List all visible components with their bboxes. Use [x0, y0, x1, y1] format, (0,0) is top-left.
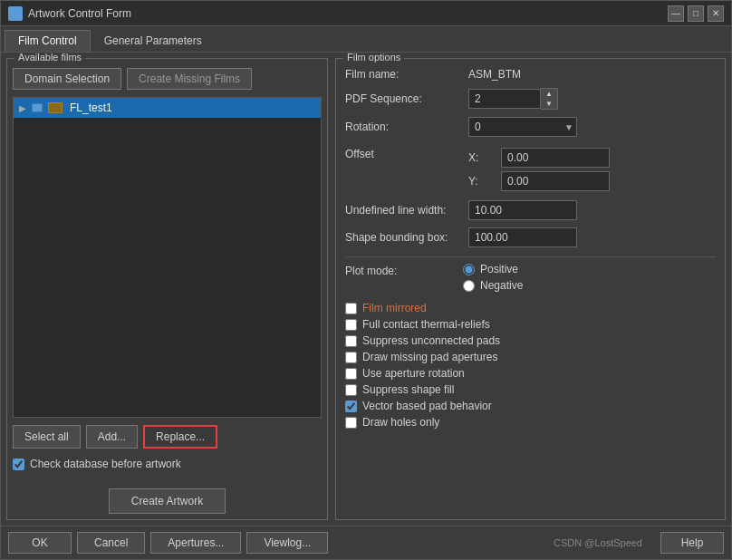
film-mirrored-row: Film mirrored — [345, 301, 716, 315]
rotation-select[interactable]: 0 90 180 270 — [468, 117, 577, 137]
divider — [345, 256, 716, 257]
plot-mode-negative-row: Negative — [463, 279, 523, 292]
app-icon — [8, 6, 23, 21]
film-options-group: Film options Film name: ASM_BTM PDF Sequ… — [335, 58, 726, 520]
tab-general-parameters[interactable]: General Parameters — [91, 30, 216, 52]
shape-bounding-box-input[interactable] — [468, 227, 577, 247]
full-contact-label: Full contact thermal-reliefs — [362, 318, 490, 331]
bottom-buttons: OK Cancel Apertures... Viewlog... — [8, 532, 328, 554]
main-content: Available films Domain Selection Create … — [1, 53, 731, 526]
plot-mode-negative-radio[interactable] — [463, 280, 475, 292]
close-button[interactable]: ✕ — [708, 5, 724, 22]
film-item-label: FL_test1 — [70, 101, 112, 114]
vector-based-checkbox[interactable] — [345, 401, 357, 412]
watermark: CSDN @LostSpeed — [554, 537, 642, 548]
pdf-sequence-input-group: ▲ ▼ — [468, 88, 558, 110]
plot-mode-radio-group: Positive Negative — [463, 263, 523, 292]
pdf-decrement-button[interactable]: ▼ — [541, 99, 557, 109]
main-window: Artwork Control Form — □ ✕ Film Control … — [0, 0, 732, 560]
undefined-line-width-input[interactable] — [468, 200, 577, 220]
help-button[interactable]: Help — [660, 532, 724, 554]
pdf-increment-button[interactable]: ▲ — [541, 89, 557, 99]
pdf-sequence-input[interactable] — [468, 89, 541, 109]
offset-y-input[interactable] — [501, 171, 610, 191]
plot-mode-positive-radio[interactable] — [463, 264, 475, 275]
left-panel: Available films Domain Selection Create … — [6, 58, 328, 520]
draw-missing-label: Draw missing pad apertures — [362, 351, 497, 363]
offset-inputs: X: Y: — [468, 148, 610, 191]
maximize-button[interactable]: □ — [688, 5, 704, 22]
shape-bounding-box-row: Shape bounding box: — [345, 227, 716, 247]
draw-holes-label: Draw holes only — [362, 416, 439, 429]
create-artwork-container: Create Artwork — [13, 481, 322, 514]
title-bar: Artwork Control Form — □ ✕ — [1, 1, 731, 26]
pdf-arrows: ▲ ▼ — [541, 88, 558, 110]
plot-mode-negative-label: Negative — [480, 279, 523, 292]
film-bottom-actions: Select all Add... Replace... — [13, 425, 322, 449]
rotation-label: Rotation: — [345, 121, 463, 133]
suppress-shape-row: Suppress shape fill — [345, 382, 716, 397]
use-aperture-label: Use aperture rotation — [362, 367, 465, 380]
draw-missing-row: Draw missing pad apertures — [345, 350, 716, 364]
rotation-select-wrapper: 0 90 180 270 ▼ — [468, 117, 577, 137]
offset-label: Offset — [345, 148, 463, 160]
check-database-checkbox[interactable] — [13, 459, 24, 470]
use-aperture-checkbox[interactable] — [345, 368, 357, 380]
options-checkboxes: Film mirrored Full contact thermal-relie… — [345, 301, 716, 430]
tab-film-control[interactable]: Film Control — [5, 30, 91, 52]
replace-button[interactable]: Replace... — [143, 425, 217, 449]
offset-x-row: X: — [468, 148, 610, 168]
undefined-line-width-row: Undefined line width: — [345, 200, 716, 220]
plot-mode-positive-row: Positive — [463, 263, 523, 275]
film-mirrored-checkbox[interactable] — [345, 303, 357, 314]
offset-x-label: X: — [468, 151, 496, 164]
tab-bar: Film Control General Parameters — [1, 26, 731, 53]
draw-holes-row: Draw holes only — [345, 415, 716, 430]
film-item-folder-icon — [48, 102, 63, 113]
film-list: ▶ FL_test1 — [13, 97, 322, 418]
suppress-shape-checkbox[interactable] — [345, 384, 357, 396]
film-name-row: Film name: ASM_BTM — [345, 68, 716, 81]
expand-arrow-icon: ▶ — [19, 103, 28, 113]
shape-bounding-box-label: Shape bounding box: — [345, 231, 463, 244]
suppress-unconnected-label: Suppress unconnected pads — [362, 334, 500, 347]
create-artwork-button[interactable]: Create Artwork — [109, 488, 226, 514]
offset-x-input[interactable] — [501, 148, 610, 168]
rotation-row: Rotation: 0 90 180 270 ▼ — [345, 117, 716, 137]
draw-missing-checkbox[interactable] — [345, 352, 357, 363]
film-options-title: Film options — [343, 53, 404, 63]
suppress-unconnected-checkbox[interactable] — [345, 335, 357, 347]
title-bar-left: Artwork Control Form — [8, 6, 131, 21]
domain-selection-button[interactable]: Domain Selection — [13, 68, 121, 90]
film-name-value: ASM_BTM — [468, 68, 521, 81]
viewlog-button[interactable]: Viewlog... — [246, 532, 328, 554]
cancel-button[interactable]: Cancel — [77, 532, 145, 554]
film-name-label: Film name: — [345, 68, 463, 81]
suppress-shape-label: Suppress shape fill — [362, 383, 454, 396]
film-mirrored-label: Film mirrored — [362, 302, 427, 314]
offset-y-label: Y: — [468, 175, 496, 188]
plot-mode-row: Plot mode: Positive Negative — [345, 263, 716, 292]
draw-holes-checkbox[interactable] — [345, 417, 357, 429]
film-list-item[interactable]: ▶ FL_test1 — [14, 98, 321, 118]
available-films-group: Available films Domain Selection Create … — [6, 58, 328, 520]
check-database-row: Check database before artwork — [13, 454, 322, 474]
right-panel: Film options Film name: ASM_BTM PDF Sequ… — [335, 58, 726, 520]
apertures-button[interactable]: Apertures... — [150, 532, 241, 554]
undefined-line-width-label: Undefined line width: — [345, 204, 463, 217]
ok-button[interactable]: OK — [8, 532, 72, 554]
select-all-button[interactable]: Select all — [13, 425, 81, 449]
offset-y-row: Y: — [468, 171, 610, 191]
create-missing-button[interactable]: Create Missing Films — [127, 68, 252, 90]
full-contact-checkbox[interactable] — [345, 319, 357, 331]
add-button[interactable]: Add... — [86, 425, 138, 449]
check-database-label: Check database before artwork — [30, 458, 181, 470]
use-aperture-row: Use aperture rotation — [345, 366, 716, 381]
minimize-button[interactable]: — — [668, 5, 684, 22]
film-controls: Domain Selection Create Missing Films — [13, 68, 322, 90]
full-contact-row: Full contact thermal-reliefs — [345, 317, 716, 332]
pdf-sequence-row: PDF Sequence: ▲ ▼ — [345, 88, 716, 110]
vector-based-row: Vector based pad behavior — [345, 399, 716, 413]
vector-based-label: Vector based pad behavior — [362, 400, 492, 412]
film-item-file-icon — [32, 103, 43, 112]
